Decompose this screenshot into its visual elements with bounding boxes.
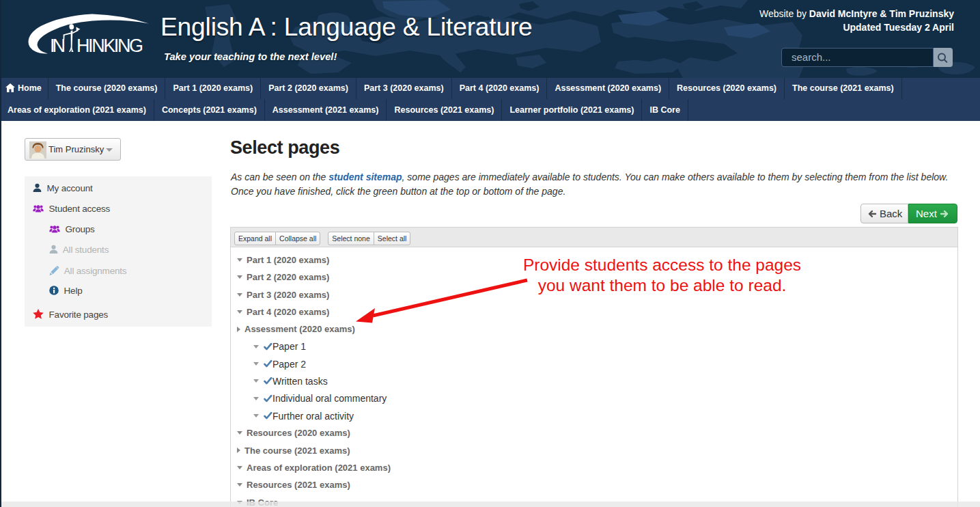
svg-text:HINKING: HINKING bbox=[76, 36, 143, 56]
svg-text:IN: IN bbox=[50, 36, 66, 56]
